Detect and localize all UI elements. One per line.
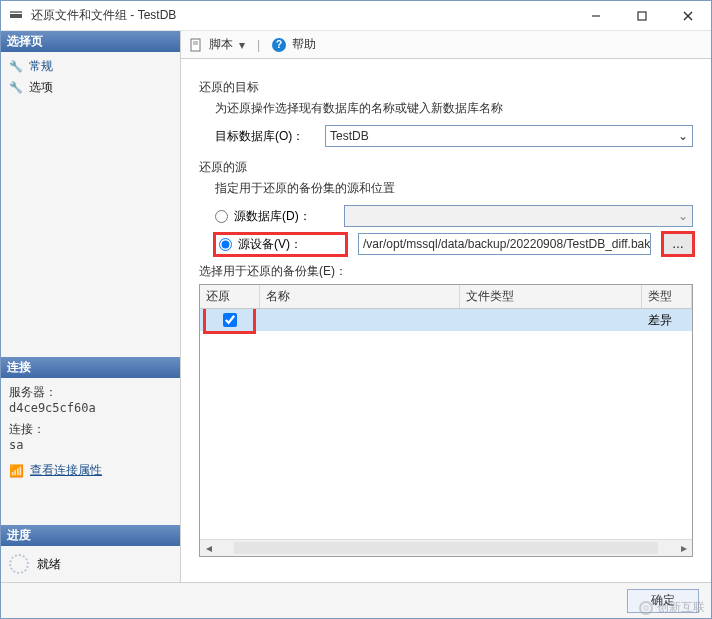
- svg-rect-3: [638, 12, 646, 20]
- progress-status-text: 就绪: [37, 556, 61, 573]
- toolbar-separator: |: [257, 38, 260, 52]
- connection-value: sa: [9, 438, 172, 452]
- sidebar: 选择页 🔧 常规 🔧 选项 连接 服务器： d4ce9c5cf60a 连接： s…: [1, 31, 181, 582]
- svg-rect-0: [10, 14, 22, 18]
- minimize-button[interactable]: [573, 1, 619, 30]
- scroll-thumb[interactable]: [234, 542, 658, 554]
- scroll-right-icon[interactable]: ▸: [675, 541, 692, 555]
- chevron-down-icon: ⌄: [678, 209, 688, 223]
- source-device-label: 源设备(V)：: [238, 236, 342, 253]
- app-icon: [9, 8, 25, 24]
- dropdown-icon[interactable]: ▾: [239, 38, 245, 52]
- wrench-icon: 🔧: [9, 81, 23, 94]
- col-restore[interactable]: 还原: [200, 285, 260, 308]
- sidebar-header-progress: 进度: [1, 525, 180, 546]
- titlebar: 还原文件和文件组 - TestDB: [1, 1, 711, 31]
- col-filetype[interactable]: 文件类型: [460, 285, 642, 308]
- backupsets-label: 选择用于还原的备份集(E)：: [199, 263, 693, 280]
- server-value: d4ce9c5cf60a: [9, 401, 172, 415]
- view-connection-properties-link[interactable]: 查看连接属性: [30, 462, 102, 479]
- target-db-combo[interactable]: TestDB ⌄: [325, 125, 693, 147]
- source-db-combo: ⌄: [344, 205, 693, 227]
- toolbar: 脚本 ▾ | ? 帮助: [181, 31, 711, 59]
- sidebar-page-list: 🔧 常规 🔧 选项: [1, 52, 180, 102]
- cell-type: 差异: [642, 312, 692, 329]
- help-icon: ?: [272, 38, 286, 52]
- scroll-left-icon[interactable]: ◂: [200, 541, 217, 555]
- sidebar-header-connection: 连接: [1, 357, 180, 378]
- wrench-icon: 🔧: [9, 60, 23, 73]
- ok-button[interactable]: 确定: [627, 589, 699, 613]
- source-db-radio[interactable]: [215, 210, 228, 223]
- grid-header: 还原 名称 文件类型 类型: [200, 285, 692, 309]
- restore-source-heading: 还原的源: [199, 159, 693, 176]
- horizontal-scrollbar[interactable]: ◂ ▸: [200, 539, 692, 556]
- sidebar-header-select-page: 选择页: [1, 31, 180, 52]
- dialog-window: 还原文件和文件组 - TestDB 选择页 🔧 常规 🔧 选项 连接: [0, 0, 712, 619]
- restore-target-desc: 为还原操作选择现有数据库的名称或键入新数据库名称: [199, 100, 693, 117]
- target-db-value: TestDB: [330, 129, 678, 143]
- source-db-label: 源数据库(D)：: [234, 208, 338, 225]
- restore-row-checkbox[interactable]: [223, 313, 237, 327]
- help-button[interactable]: 帮助: [292, 36, 316, 53]
- svg-rect-6: [191, 39, 200, 51]
- maximize-button[interactable]: [619, 1, 665, 30]
- script-icon: [189, 38, 203, 52]
- chevron-down-icon: ⌄: [678, 129, 688, 143]
- connection-info: 服务器： d4ce9c5cf60a 连接： sa 📶 查看连接属性: [1, 378, 180, 485]
- sidebar-item-label: 选项: [29, 79, 53, 96]
- svg-rect-1: [10, 11, 22, 13]
- connection-label: 连接：: [9, 421, 172, 438]
- grid-body: 差异: [200, 309, 692, 539]
- dialog-body: 选择页 🔧 常规 🔧 选项 连接 服务器： d4ce9c5cf60a 连接： s…: [1, 31, 711, 582]
- spinner-icon: [9, 554, 29, 574]
- script-button[interactable]: 脚本: [209, 36, 233, 53]
- sidebar-item-general[interactable]: 🔧 常规: [1, 56, 180, 77]
- restore-target-heading: 还原的目标: [199, 79, 693, 96]
- progress-status-row: 就绪: [1, 546, 180, 582]
- connection-props-icon: 📶: [9, 464, 24, 478]
- server-label: 服务器：: [9, 384, 172, 401]
- main-panel: 脚本 ▾ | ? 帮助 还原的目标 为还原操作选择现有数据库的名称或键入新数据库…: [181, 31, 711, 582]
- restore-source-desc: 指定用于还原的备份集的源和位置: [199, 180, 693, 197]
- device-path-text: /var/opt/mssql/data/backup/20220908/Test…: [363, 237, 650, 251]
- sidebar-item-options[interactable]: 🔧 选项: [1, 77, 180, 98]
- table-row[interactable]: 差异: [200, 309, 692, 331]
- close-button[interactable]: [665, 1, 711, 30]
- col-type[interactable]: 类型: [642, 285, 692, 308]
- ok-button-label: 确定: [651, 592, 675, 609]
- ellipsis-icon: …: [672, 237, 684, 251]
- content-area: 还原的目标 为还原操作选择现有数据库的名称或键入新数据库名称 目标数据库(O)：…: [181, 59, 711, 582]
- col-name[interactable]: 名称: [260, 285, 460, 308]
- source-device-radio[interactable]: [219, 238, 232, 251]
- source-device-path[interactable]: /var/opt/mssql/data/backup/20220908/Test…: [358, 233, 651, 255]
- window-buttons: [573, 1, 711, 30]
- backupsets-grid: 还原 名称 文件类型 类型: [199, 284, 693, 557]
- target-db-label: 目标数据库(O)：: [215, 128, 325, 145]
- dialog-buttons: 确定: [1, 582, 711, 618]
- window-title: 还原文件和文件组 - TestDB: [31, 7, 573, 24]
- sidebar-item-label: 常规: [29, 58, 53, 75]
- browse-device-button[interactable]: …: [663, 233, 693, 255]
